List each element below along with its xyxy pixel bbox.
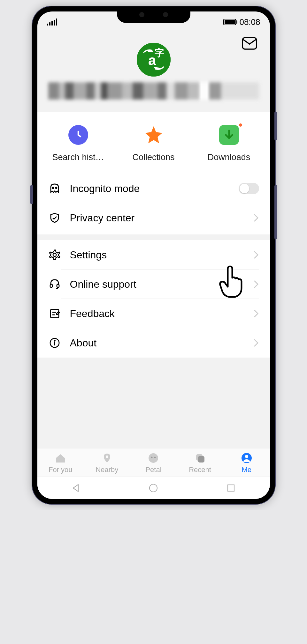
petal-icon (147, 452, 160, 464)
section-gap (37, 234, 270, 240)
svg-text:字: 字 (155, 48, 164, 58)
gear-icon (48, 248, 61, 261)
svg-point-5 (56, 187, 57, 189)
battery-icon (223, 19, 236, 25)
svg-rect-9 (50, 309, 59, 318)
username-redacted (48, 82, 259, 100)
system-nav-bar (37, 477, 270, 499)
avatar[interactable]: a 字 (137, 43, 171, 77)
settings-row[interactable]: Settings (37, 240, 270, 270)
online-support-label: Online support (70, 278, 253, 290)
nav-recent-button[interactable] (225, 482, 237, 494)
home-icon (54, 452, 67, 464)
phone-screen: 08:08 a 字 (37, 11, 270, 499)
chevron-right-icon (253, 213, 259, 222)
online-support-row[interactable]: Online support (37, 270, 270, 299)
feedback-icon (48, 307, 61, 320)
downloads-button[interactable]: Downloads (191, 125, 267, 162)
settings-label: Settings (70, 249, 253, 261)
downloads-label: Downloads (191, 152, 267, 162)
signal-icon (47, 19, 57, 26)
search-history-label: Search hist… (41, 152, 116, 162)
tab-nearby-label: Nearby (96, 466, 118, 474)
feedback-row[interactable]: Feedback (37, 299, 270, 328)
tab-me[interactable]: Me (223, 452, 270, 474)
phone-frame: 08:08 a 字 (32, 6, 275, 504)
status-time: 08:08 (239, 17, 260, 27)
svg-point-11 (54, 340, 55, 341)
clock-icon (68, 125, 88, 145)
pin-icon (101, 452, 113, 464)
incognito-toggle[interactable] (239, 183, 259, 194)
headset-icon (48, 278, 61, 291)
info-icon (48, 337, 61, 349)
search-history-button[interactable]: Search hist… (41, 125, 116, 162)
chevron-right-icon (253, 309, 259, 318)
phone-side-button (274, 112, 277, 140)
ghost-icon (48, 182, 61, 195)
mail-icon (242, 37, 257, 50)
svg-point-15 (154, 457, 156, 458)
svg-rect-7 (50, 284, 52, 287)
tab-nearby[interactable]: Nearby (84, 452, 130, 474)
tab-petal-label: Petal (145, 466, 161, 474)
svg-rect-21 (228, 485, 234, 491)
phone-notch (117, 6, 190, 23)
nav-back-button[interactable] (70, 482, 82, 494)
profile-header: a 字 (37, 30, 270, 112)
quick-actions-card: Search hist… Collections Downloads (37, 112, 270, 234)
star-icon (144, 125, 164, 145)
tab-petal[interactable]: Petal (130, 452, 177, 474)
privacy-center-row[interactable]: Privacy center (37, 203, 270, 233)
phone-left-button (30, 185, 33, 204)
svg-point-20 (150, 484, 157, 492)
about-label: About (70, 337, 253, 349)
download-icon (219, 125, 239, 145)
content-area: Search hist… Collections Downloads (37, 112, 270, 448)
menu-group-1: Incognito mode Privacy center (37, 174, 270, 234)
incognito-label: Incognito mode (70, 183, 239, 195)
incognito-row[interactable]: Incognito mode (37, 174, 270, 203)
feedback-label: Feedback (70, 308, 253, 320)
collections-button[interactable]: Collections (116, 125, 191, 162)
chevron-right-icon (253, 250, 259, 259)
menu-group-2: Settings Online support Feedback (37, 240, 270, 358)
shield-icon (48, 211, 61, 224)
person-icon (240, 452, 253, 464)
svg-point-6 (53, 253, 56, 256)
recent-icon (194, 452, 206, 464)
collections-label: Collections (116, 152, 191, 162)
svg-rect-8 (57, 284, 59, 287)
tab-me-label: Me (242, 466, 251, 474)
chevron-right-icon (253, 280, 259, 289)
privacy-center-label: Privacy center (70, 212, 253, 224)
svg-point-19 (245, 455, 248, 458)
svg-point-12 (106, 455, 108, 458)
svg-point-4 (52, 187, 54, 189)
nav-home-button[interactable] (148, 482, 159, 494)
tab-recent[interactable]: Recent (177, 452, 223, 474)
svg-point-13 (149, 453, 158, 463)
svg-rect-17 (198, 456, 204, 463)
bottom-tab-bar: For you Nearby Petal Recent (37, 448, 270, 477)
about-row[interactable]: About (37, 328, 270, 358)
avatar-icon: a 字 (137, 43, 171, 77)
tab-recent-label: Recent (189, 466, 211, 474)
phone-volume-button (274, 185, 277, 239)
svg-point-14 (151, 457, 153, 458)
chevron-right-icon (253, 338, 259, 347)
tab-foryou[interactable]: For you (37, 452, 84, 474)
tab-foryou-label: For you (49, 466, 73, 474)
mail-button[interactable] (242, 37, 257, 51)
